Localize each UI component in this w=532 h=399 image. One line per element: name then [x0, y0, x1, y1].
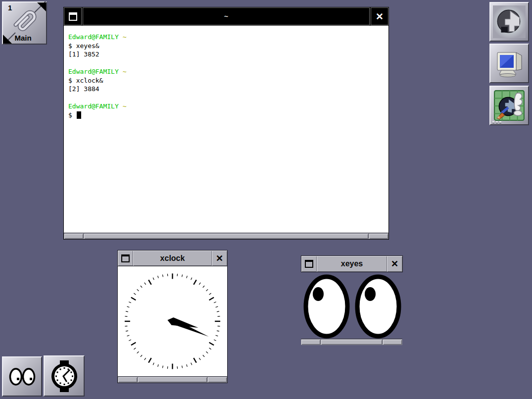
xclock-mini-icon	[49, 359, 80, 393]
grip-left-handle[interactable]	[118, 377, 137, 382]
xeyes-titlebar[interactable]: xeyes ✕	[301, 255, 403, 272]
terminal-block: Edward@FAMILY~ $ xclock& [2] 3884	[68, 67, 388, 94]
grip-right-handle[interactable]	[208, 377, 227, 382]
grip-left-handle[interactable]	[301, 340, 320, 345]
analog-clock	[118, 266, 227, 376]
xeyes-mini-icon	[8, 365, 36, 389]
desktop: 1 Main ~ ✕ Edward@FAMILY~ $ xeyes&	[0, 0, 532, 399]
paperclip-icon	[9, 6, 41, 36]
launcher-xterm-button[interactable]	[489, 44, 529, 83]
clock-minute-hand	[169, 319, 209, 337]
launcher-paint-button[interactable]	[489, 86, 529, 125]
fvwm-logo-icon	[493, 5, 526, 38]
terminal-close-button[interactable]: ✕	[371, 7, 388, 25]
close-icon: ✕	[376, 12, 384, 21]
command-line: $ xeyes&	[68, 42, 388, 50]
xclock-title: xclock	[133, 250, 212, 266]
window-menu-icon	[69, 12, 77, 21]
grip-right-handle[interactable]	[383, 340, 402, 345]
iconified-xclock-button[interactable]	[44, 355, 85, 397]
clock-face-icon	[118, 266, 227, 376]
terminal-resize-grip[interactable]	[64, 233, 388, 239]
terminal-output[interactable]: Edward@FAMILY~ $ xeyes& [1] 3852 Edward@…	[64, 26, 388, 233]
launcher-fvwm-button[interactable]	[489, 2, 529, 42]
monitor-icon	[493, 48, 525, 79]
xclock-window: xclock ✕	[117, 250, 228, 383]
terminal-block: Edward@FAMILY~ $ xeyes& [1] 3852	[68, 33, 388, 59]
terminal-window: ~ ✕ Edward@FAMILY~ $ xeyes& [1] 3852 Edw…	[63, 7, 389, 240]
terminal-cursor	[77, 111, 81, 119]
xclock-resize-grip[interactable]	[118, 376, 227, 383]
terminal-title: ~	[83, 7, 370, 25]
grip-middle-handle[interactable]	[321, 340, 382, 345]
command-line: $	[68, 111, 388, 120]
right-pupil	[365, 287, 376, 301]
output-line: [2] 3884	[68, 85, 388, 94]
main-button-label: Main	[3, 34, 43, 42]
grip-middle-handle[interactable]	[84, 234, 368, 239]
xeyes-close-button[interactable]: ✕	[387, 256, 402, 272]
window-menu-icon	[305, 260, 313, 268]
grip-middle-handle[interactable]	[138, 377, 207, 382]
grip-right-handle[interactable]	[369, 234, 388, 239]
window-menu-icon	[121, 254, 130, 262]
more-options-dots-icon	[492, 121, 501, 123]
prompt-line: Edward@FAMILY~	[68, 67, 388, 76]
xclock-close-button[interactable]: ✕	[212, 250, 227, 266]
iconified-xeyes-button[interactable]	[2, 356, 42, 397]
window-menu-button[interactable]	[64, 7, 82, 25]
output-line: [1] 3852	[68, 50, 388, 59]
prompt-line: Edward@FAMILY~	[68, 33, 388, 42]
window-menu-button[interactable]	[301, 256, 317, 272]
paint-tool-icon	[493, 89, 526, 122]
close-icon: ✕	[391, 259, 398, 268]
xeyes-resize-grip[interactable]	[301, 339, 402, 345]
grip-left-handle[interactable]	[64, 234, 83, 239]
window-menu-button[interactable]	[118, 250, 133, 266]
terminal-titlebar[interactable]: ~ ✕	[64, 7, 388, 26]
xeyes-eyes-icon	[300, 271, 404, 341]
left-pupil	[313, 287, 324, 301]
close-icon: ✕	[216, 254, 223, 263]
prompt-line: Edward@FAMILY~	[68, 102, 388, 111]
main-menu-button[interactable]: 1 Main	[2, 1, 47, 45]
xeyes-title: xeyes	[317, 256, 387, 272]
terminal-block: Edward@FAMILY~ $	[68, 102, 388, 119]
command-line: $ xclock&	[68, 76, 388, 85]
xclock-titlebar[interactable]: xclock ✕	[118, 250, 227, 266]
